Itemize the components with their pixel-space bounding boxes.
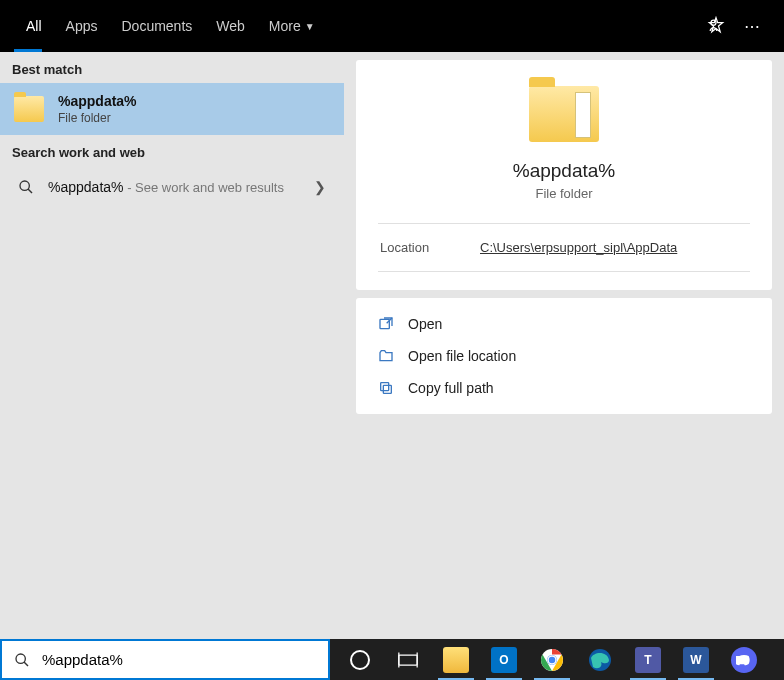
- location-row: Location C:\Users\erpsupport_sipl\AppDat…: [378, 223, 750, 272]
- task-view-icon: [398, 652, 418, 668]
- teams-icon: T: [635, 647, 661, 673]
- taskbar-app-word[interactable]: W: [674, 639, 718, 680]
- taskbar-app-edge[interactable]: [578, 639, 622, 680]
- search-box[interactable]: [0, 639, 330, 680]
- action-open-label: Open: [408, 316, 442, 332]
- search-input[interactable]: [42, 651, 316, 668]
- open-icon: [378, 316, 394, 332]
- action-open-location-label: Open file location: [408, 348, 516, 364]
- discord-icon: [731, 647, 757, 673]
- search-icon: [18, 179, 34, 195]
- preview-pane: %appdata% File folder Location C:\Users\…: [344, 52, 784, 639]
- svg-point-6: [16, 654, 25, 663]
- taskbar-app-chrome[interactable]: [530, 639, 574, 680]
- copy-icon: [378, 380, 394, 396]
- word-icon: W: [683, 647, 709, 673]
- svg-line-2: [28, 189, 32, 193]
- taskbar-app-file-explorer[interactable]: [434, 639, 478, 680]
- folder-icon: [14, 96, 44, 122]
- preview-card: %appdata% File folder Location C:\Users\…: [356, 60, 772, 290]
- feedback-icon[interactable]: [706, 16, 726, 36]
- tab-documents[interactable]: Documents: [109, 0, 204, 52]
- edge-icon: [588, 648, 612, 672]
- task-view-button[interactable]: [386, 639, 430, 680]
- best-match-result[interactable]: %appdata% File folder: [0, 83, 344, 135]
- more-options-button[interactable]: ⋯: [744, 17, 762, 36]
- svg-rect-3: [380, 319, 389, 328]
- tab-web[interactable]: Web: [204, 0, 257, 52]
- taskbar-app-teams[interactable]: T: [626, 639, 670, 680]
- actions-card: Open Open file location Copy full path: [356, 298, 772, 414]
- cortana-button[interactable]: [338, 639, 382, 680]
- preview-subtitle: File folder: [535, 186, 592, 201]
- svg-rect-4: [383, 385, 391, 393]
- svg-line-7: [24, 662, 28, 666]
- folder-icon: [529, 86, 599, 142]
- action-open-location[interactable]: Open file location: [356, 340, 772, 372]
- action-copy-path[interactable]: Copy full path: [356, 372, 772, 404]
- cortana-icon: [350, 650, 370, 670]
- web-search-result[interactable]: %appdata% - See work and web results ❯: [0, 166, 344, 208]
- tab-all[interactable]: All: [14, 0, 54, 52]
- tab-more[interactable]: More ▼: [257, 0, 327, 52]
- result-text: %appdata% File folder: [58, 93, 137, 125]
- taskbar-app-outlook[interactable]: O: [482, 639, 526, 680]
- tab-apps[interactable]: Apps: [54, 0, 110, 52]
- action-copy-path-label: Copy full path: [408, 380, 494, 396]
- location-label: Location: [380, 240, 480, 255]
- location-path-link[interactable]: C:\Users\erpsupport_sipl\AppData: [480, 240, 677, 255]
- file-explorer-icon: [443, 647, 469, 673]
- svg-rect-8: [399, 655, 417, 665]
- web-hint: - See work and web results: [124, 180, 284, 195]
- svg-rect-5: [381, 383, 389, 391]
- taskbar: O T W: [330, 639, 784, 680]
- results-list: Best match %appdata% File folder Search …: [0, 52, 344, 639]
- web-result-text: %appdata% - See work and web results: [48, 178, 284, 196]
- result-subtitle: File folder: [58, 111, 137, 125]
- taskbar-app-discord[interactable]: [722, 639, 766, 680]
- folder-open-icon: [378, 348, 394, 364]
- section-search-web: Search work and web: [0, 135, 344, 166]
- chevron-right-icon: ❯: [314, 179, 326, 195]
- search-tabs-bar: All Apps Documents Web More ▼ ⋯: [0, 0, 784, 52]
- windows-search-panel: All Apps Documents Web More ▼ ⋯ Best mat…: [0, 0, 784, 639]
- section-best-match: Best match: [0, 52, 344, 83]
- active-tab-indicator: [14, 49, 42, 52]
- tab-more-label: More: [269, 18, 301, 34]
- svg-point-13: [548, 656, 556, 664]
- web-term: %appdata%: [48, 179, 124, 195]
- chevron-down-icon: ▼: [305, 21, 315, 32]
- outlook-icon: O: [491, 647, 517, 673]
- action-open[interactable]: Open: [356, 308, 772, 340]
- svg-point-1: [20, 181, 29, 190]
- preview-title: %appdata%: [513, 160, 615, 182]
- search-icon: [14, 652, 30, 668]
- chrome-icon: [540, 648, 564, 672]
- result-title: %appdata%: [58, 93, 137, 109]
